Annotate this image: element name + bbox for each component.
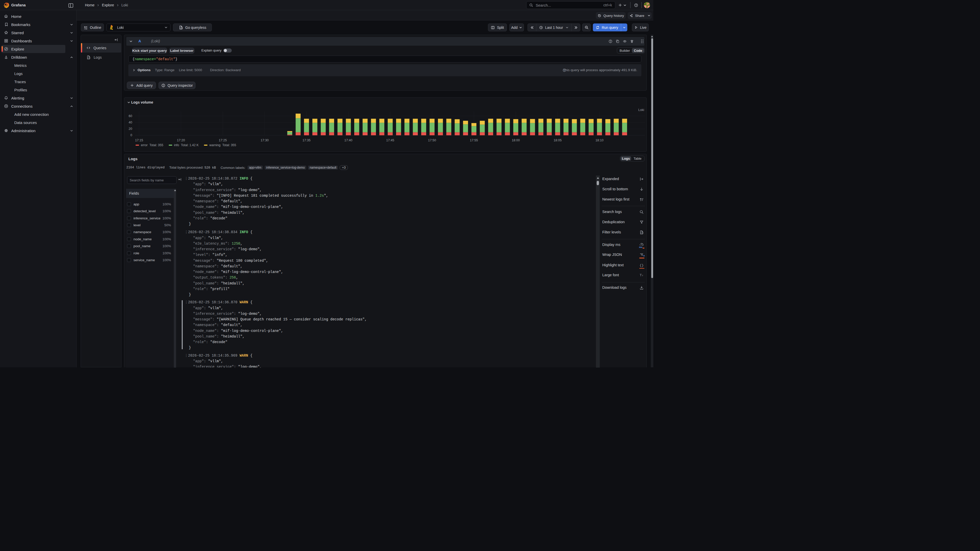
svg-text:17:55: 17:55 bbox=[470, 138, 478, 142]
svg-text:18:05: 18:05 bbox=[554, 138, 562, 142]
svg-text:17:50: 17:50 bbox=[428, 138, 436, 142]
svg-text:LOG: LOG bbox=[88, 57, 90, 59]
svg-text:T: T bbox=[640, 273, 642, 277]
svg-text:17:35: 17:35 bbox=[302, 138, 310, 142]
svg-text:18:00: 18:00 bbox=[512, 138, 520, 142]
svg-text:T: T bbox=[642, 275, 643, 277]
svg-text:LOG: LOG bbox=[641, 232, 643, 234]
svg-text:17:30: 17:30 bbox=[261, 138, 269, 142]
svg-text:60: 60 bbox=[129, 114, 132, 118]
svg-text:17:20: 17:20 bbox=[177, 138, 185, 142]
svg-text:{}: {} bbox=[640, 264, 644, 267]
svg-text:40: 40 bbox=[129, 121, 132, 124]
svg-text:18:10: 18:10 bbox=[595, 138, 603, 142]
svg-text:20: 20 bbox=[129, 127, 132, 130]
svg-text:17:40: 17:40 bbox=[344, 138, 352, 142]
svg-text:17:45: 17:45 bbox=[386, 138, 394, 142]
svg-text:LOG: LOG bbox=[180, 27, 183, 29]
svg-text:17:15: 17:15 bbox=[135, 138, 143, 142]
svg-text:17:25: 17:25 bbox=[219, 138, 227, 142]
svg-text:0: 0 bbox=[130, 133, 132, 137]
